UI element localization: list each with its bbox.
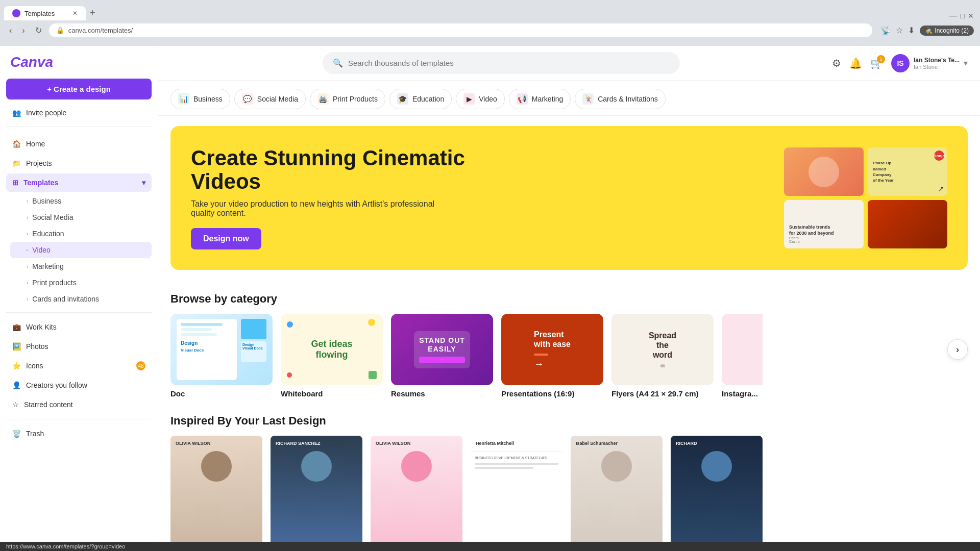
- social-media-label: Social Media: [32, 213, 73, 221]
- templates-label: Templates: [23, 179, 58, 187]
- chevron-icon: ›: [27, 231, 28, 237]
- category-card-doc[interactable]: Design Visual Docs Design Visual Docs: [170, 314, 273, 398]
- social-tab-label: Social Media: [257, 95, 298, 103]
- category-card-whiteboard[interactable]: Get ideasflowing Whiteboard: [281, 314, 383, 398]
- tab-video[interactable]: ▶ Video: [456, 89, 505, 109]
- address-bar[interactable]: 🔒 canva.com/templates/: [49, 23, 873, 37]
- lock-icon: 🔒: [56, 27, 64, 34]
- trash-icon: 🗑️: [12, 430, 21, 438]
- inspired-card-2[interactable]: RICHARD SANCHEZ: [271, 436, 362, 542]
- sidebar-item-starred[interactable]: ☆ Starred content: [6, 395, 152, 414]
- incognito-icon: 🕵: [925, 27, 933, 34]
- tab-education[interactable]: 🎓 Education: [389, 89, 452, 109]
- chevron-icon: ›: [27, 296, 28, 302]
- sidebar-item-home[interactable]: 🏠 Home: [6, 135, 152, 153]
- hero-image-2: Phase UpnamedCompanyof the Year Sonja ↗: [868, 147, 947, 196]
- doc-card-label: Doc: [170, 389, 273, 398]
- sidebar-item-photos[interactable]: 🖼️ Photos: [6, 337, 152, 356]
- notifications-icon[interactable]: 🔔: [849, 57, 862, 69]
- cast-icon[interactable]: 📡: [880, 26, 891, 35]
- inspired-card-6-avatar: [701, 451, 732, 482]
- tab-business[interactable]: 📊 Business: [170, 89, 230, 109]
- window-close[interactable]: ✕: [968, 12, 974, 20]
- instagram-card-image: [722, 314, 763, 385]
- business-tab-label: Business: [193, 95, 223, 103]
- sidebar-item-social-media[interactable]: › Social Media: [10, 209, 152, 226]
- hero-images: Phase UpnamedCompanyof the Year Sonja ↗ …: [784, 147, 947, 248]
- tab-close-btn[interactable]: ✕: [72, 10, 78, 17]
- print-products-label: Print products: [32, 279, 76, 287]
- trash-label: Trash: [26, 430, 44, 438]
- category-card-resumes[interactable]: STAND OUTEASILY → Resumes: [391, 314, 493, 398]
- sidebar-item-print-products[interactable]: › Print products: [10, 274, 152, 291]
- forward-button[interactable]: ›: [19, 24, 28, 37]
- sidebar-item-creators[interactable]: 👤 Creators you follow: [6, 376, 152, 394]
- back-button[interactable]: ‹: [6, 24, 15, 37]
- sidebar-item-work-kits[interactable]: 💼 Work Kits: [6, 318, 152, 336]
- home-icon: 🏠: [12, 140, 21, 148]
- invite-people-button[interactable]: 👥 Invite people: [6, 104, 152, 122]
- sidebar-item-business[interactable]: › Business: [10, 193, 152, 209]
- sidebar-item-icons[interactable]: ⭐ Icons 48: [6, 357, 152, 375]
- settings-icon[interactable]: ⚙: [832, 57, 841, 69]
- main-content: 🔍 ⚙ 🔔 🛒 1 IS Ian Stone's Te... Ian Stone: [158, 46, 980, 542]
- cart-icon[interactable]: 🛒 1: [870, 57, 883, 69]
- inspired-card-4-content: BUSINESS DEVELOPMENT & STRATEGIES: [471, 452, 562, 475]
- browser-tab[interactable]: Templates ✕: [4, 6, 86, 20]
- inspired-card-3-avatar: [401, 451, 432, 482]
- inspired-card-6[interactable]: RICHARD: [671, 436, 763, 542]
- video-label: Video: [32, 246, 51, 254]
- sidebar-item-trash[interactable]: 🗑️ Trash: [6, 424, 152, 443]
- window-maximize[interactable]: □: [961, 12, 965, 20]
- sidebar-item-marketing[interactable]: › Marketing: [10, 258, 152, 274]
- window-minimize[interactable]: —: [949, 11, 958, 20]
- sidebar-item-education[interactable]: › Education: [10, 226, 152, 242]
- inspired-card-3[interactable]: OLIVIA WILSON: [371, 436, 462, 542]
- inspired-card-1[interactable]: OLIVIA WILSON: [170, 436, 262, 542]
- presentations-card-label: Presentations (16:9): [501, 389, 603, 398]
- education-tab-icon: 🎓: [397, 93, 408, 105]
- category-card-flyers[interactable]: Spreadtheword ✉ Flyers (A4 21 × 29.7 cm): [611, 314, 714, 398]
- hero-cta-button[interactable]: Design now: [191, 228, 261, 249]
- sidebar-item-video[interactable]: › Video: [10, 242, 152, 258]
- print-tab-icon: 🖨️: [317, 93, 329, 105]
- main-nav: 🏠 Home 📁 Projects ⊞ Templates ▾ › Busine…: [6, 135, 152, 443]
- category-card-instagram[interactable]: Instagra...: [722, 314, 763, 398]
- download-icon[interactable]: ⬇: [908, 26, 915, 35]
- search-icon: 🔍: [333, 58, 343, 68]
- inspired-card-4-label: Henrietta Mitchell: [471, 436, 562, 452]
- sidebar-item-cards-invitations[interactable]: › Cards and invitations: [10, 291, 152, 307]
- inspired-section: Inspired By Your Last Design OLIVIA WILS…: [158, 402, 980, 542]
- category-card-presentations[interactable]: Presentwith ease → Presentations (16:9): [501, 314, 603, 398]
- category-scroll: Design Visual Docs Design Visual Docs: [170, 314, 968, 402]
- create-design-button[interactable]: + Create a design: [6, 79, 152, 99]
- inspired-card-5[interactable]: Isabel Schumacher: [571, 436, 663, 542]
- user-sub: Ian Stone: [914, 64, 960, 70]
- inspired-card-4[interactable]: Henrietta Mitchell BUSINESS DEVELOPMENT …: [471, 436, 562, 542]
- tab-marketing[interactable]: 📢 Marketing: [509, 89, 571, 109]
- tab-print-products[interactable]: 🖨️ Print Products: [310, 89, 385, 109]
- hero-banner: Create Stunning Cinematic Videos Take yo…: [170, 126, 968, 270]
- user-menu[interactable]: IS Ian Stone's Te... Ian Stone ▾: [891, 54, 968, 72]
- tab-social-media[interactable]: 💬 Social Media: [234, 89, 306, 109]
- chevron-icon: ›: [27, 280, 28, 286]
- refresh-button[interactable]: ↻: [32, 23, 45, 37]
- inspired-title: Inspired By Your Last Design: [170, 414, 968, 428]
- resumes-card-image: STAND OUTEASILY →: [391, 314, 493, 385]
- inspired-card-3-label: OLIVIA WILSON: [371, 436, 462, 451]
- sidebar-item-templates[interactable]: ⊞ Templates ▾: [6, 173, 152, 192]
- creators-icon: 👤: [12, 381, 21, 389]
- search-bar-container[interactable]: 🔍: [323, 52, 680, 74]
- new-tab-button[interactable]: +: [86, 6, 100, 20]
- cards-label: Cards and invitations: [32, 295, 99, 303]
- status-bar: https://www.canva.com/templates/?group=v…: [0, 542, 980, 551]
- whiteboard-card-image: Get ideasflowing: [281, 314, 383, 385]
- search-input[interactable]: [348, 59, 670, 67]
- inspired-card-6-label: RICHARD: [671, 436, 763, 451]
- tab-cards-invitations[interactable]: 🃏 Cards & Invitations: [575, 89, 666, 109]
- sidebar-item-projects[interactable]: 📁 Projects: [6, 154, 152, 172]
- next-arrow-button[interactable]: ›: [947, 339, 968, 360]
- url-text: canva.com/templates/: [68, 27, 133, 34]
- user-dropdown-icon: ▾: [964, 58, 968, 68]
- bookmark-icon[interactable]: ☆: [896, 26, 903, 35]
